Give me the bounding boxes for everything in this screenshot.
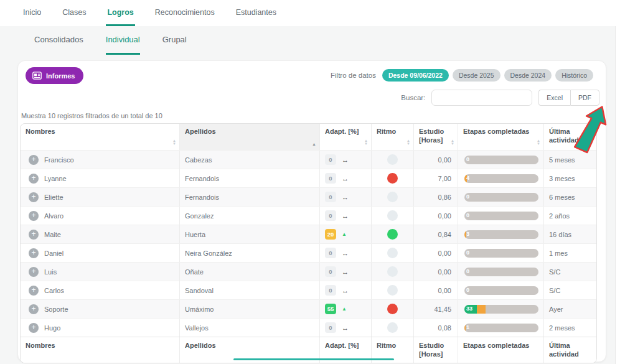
header-estudio[interactable]: Estudio [Horas] ▲▼ — [413, 124, 458, 150]
search-input[interactable] — [431, 90, 532, 106]
adapt-cell: 0 ↔ — [319, 263, 371, 281]
apellido-text: Vallejos — [185, 324, 209, 332]
sort-icon[interactable]: ▲▼ — [364, 139, 368, 146]
header-nombres[interactable]: Nombres ▲▼ — [21, 124, 179, 150]
header-apellidos[interactable]: Apellidos ▲ — [179, 124, 319, 150]
nav-item-logros[interactable]: Logros — [106, 0, 134, 26]
footer-ultima-actividad: Última actividad — [543, 337, 596, 363]
nombre-cell: + Eliette — [21, 188, 179, 206]
data-filter-row: Filtro de datos Desde 09/06/2022 Desde 2… — [331, 69, 593, 82]
ultima-actividad-text: Ayer — [549, 306, 563, 313]
sort-icon[interactable]: ▲▼ — [451, 139, 454, 146]
adapt-cell: 20 ▲ — [319, 225, 371, 243]
adapt-trend-icon: ▲ — [342, 306, 347, 312]
sort-asc-icon[interactable]: ▲ — [312, 142, 316, 146]
ultima-actividad-text: 16 días — [549, 231, 571, 238]
tab-individual[interactable]: Individual — [106, 35, 140, 55]
table-body: + Francisco Cabezas 0 ↔ 0,00 0 5 meses — [21, 150, 596, 337]
ultima-actividad-cell: 2 años — [543, 207, 596, 225]
adapt-badge: 0 — [325, 173, 336, 184]
pdf-export-button[interactable]: PDF — [570, 90, 599, 106]
expand-row-button[interactable]: + — [29, 230, 39, 240]
estudio-cell: 0,08 — [413, 319, 458, 337]
sort-icon[interactable]: ▲▼ — [406, 139, 410, 146]
estudio-text: 0,86 — [438, 194, 451, 201]
expand-row-button[interactable]: + — [29, 267, 39, 277]
expand-row-button[interactable]: + — [29, 248, 39, 258]
etapas-value: 3 — [466, 231, 469, 237]
ultima-actividad-text: 6 meses — [549, 194, 575, 201]
filter-chip-desde-2024[interactable]: Desde 2024 — [504, 69, 552, 82]
expand-row-button[interactable]: + — [29, 304, 39, 314]
records-summary: Muestra 10 registros filtrados de un tot… — [21, 112, 162, 119]
nombre-cell: + Soporte — [21, 300, 179, 318]
table-row: + Soporte Umáximo 55 ▲ 41,45 33 Ayer — [21, 299, 596, 318]
adapt-trend-icon: ↔ — [342, 212, 349, 220]
ultima-actividad-cell: S/C — [543, 281, 596, 299]
etapas-value: 0 — [466, 287, 469, 293]
etapas-value: 0 — [466, 156, 469, 162]
nav-item-reconocimientos[interactable]: Reconocimientos — [154, 0, 216, 26]
sort-icon[interactable]: ▲▼ — [590, 139, 593, 146]
expand-row-button[interactable]: + — [29, 286, 39, 296]
teal-divider-line — [233, 358, 394, 360]
ritmo-cell — [371, 319, 413, 337]
informes-button-label: Informes — [46, 72, 75, 80]
apellido-text: Fernandois — [185, 194, 219, 201]
estudio-cell: 0,00 — [413, 151, 458, 169]
apellido-cell: Vallejos — [179, 319, 319, 337]
nombre-text: Daniel — [44, 250, 63, 257]
ultima-actividad-cell: 16 días — [543, 225, 596, 243]
excel-export-button[interactable]: Excel — [538, 90, 570, 106]
header-ritmo[interactable]: Ritmo ▲▼ — [371, 124, 413, 150]
nombre-text: Lyanne — [44, 175, 67, 182]
nombre-text: Carlos — [44, 287, 64, 294]
header-adapt[interactable]: Adapt. [%] ▲▼ — [319, 124, 371, 150]
sort-icon[interactable]: ▲▼ — [537, 139, 540, 146]
etapas-progress-bar: 33 — [464, 305, 538, 314]
estudio-text: 0,84 — [438, 231, 451, 238]
ultima-actividad-text: 5 meses — [549, 156, 575, 164]
ritmo-cell — [371, 169, 413, 187]
nombre-text: Luis — [44, 268, 57, 276]
adapt-badge: 0 — [325, 192, 336, 202]
expand-row-button[interactable]: + — [29, 192, 39, 202]
estudio-text: 0,00 — [438, 287, 451, 294]
informes-button[interactable]: Informes — [26, 67, 83, 84]
nombre-text: Eliette — [44, 194, 63, 201]
ritmo-indicator — [387, 173, 398, 184]
expand-row-button[interactable]: + — [29, 323, 39, 333]
filter-chip-historico[interactable]: Histórico — [555, 69, 593, 82]
nombre-cell: + Hugo — [21, 319, 179, 337]
header-etapas[interactable]: Etapas completadas ▲▼ — [458, 124, 543, 150]
etapas-value: 0 — [466, 194, 469, 200]
adapt-badge: 0 — [325, 266, 336, 277]
filter-chip-desde-2025[interactable]: Desde 2025 — [453, 69, 500, 82]
expand-row-button[interactable]: + — [29, 174, 39, 184]
etapas-cell: 33 — [458, 300, 543, 318]
tab-consolidados[interactable]: Consolidados — [34, 35, 83, 55]
expand-row-button[interactable]: + — [29, 211, 39, 221]
header-label: Adapt. [%] — [325, 128, 359, 135]
footer-nombres: Nombres — [21, 337, 179, 363]
nav-item-estudiantes[interactable]: Estudiantes — [235, 0, 278, 26]
nombre-text: Alvaro — [44, 212, 63, 220]
search-label: Buscar: — [401, 94, 425, 101]
nombre-cell: + Luis — [21, 263, 179, 281]
adapt-cell: 0 ↔ — [319, 207, 371, 225]
apellido-text: Fernandois — [185, 175, 219, 182]
filter-chip-desde-fecha[interactable]: Desde 09/06/2022 — [382, 69, 449, 82]
header-ultima-actividad[interactable]: Última actividad ▲▼ — [543, 124, 596, 150]
scrollbar[interactable] — [615, 26, 625, 364]
nav-item-clases[interactable]: Clases — [61, 0, 87, 26]
nav-item-inicio[interactable]: Inicio — [22, 0, 42, 26]
ritmo-cell — [371, 281, 413, 299]
expand-row-button[interactable]: + — [29, 155, 39, 165]
adapt-trend-icon: ↔ — [342, 194, 349, 201]
ritmo-cell — [371, 207, 413, 225]
sort-icon[interactable]: ▲▼ — [172, 139, 176, 146]
estudio-cell: 0,86 — [413, 188, 458, 206]
tab-grupal[interactable]: Grupal — [162, 35, 187, 55]
adapt-badge: 20 — [325, 229, 336, 240]
adapt-badge: 55 — [325, 304, 336, 314]
